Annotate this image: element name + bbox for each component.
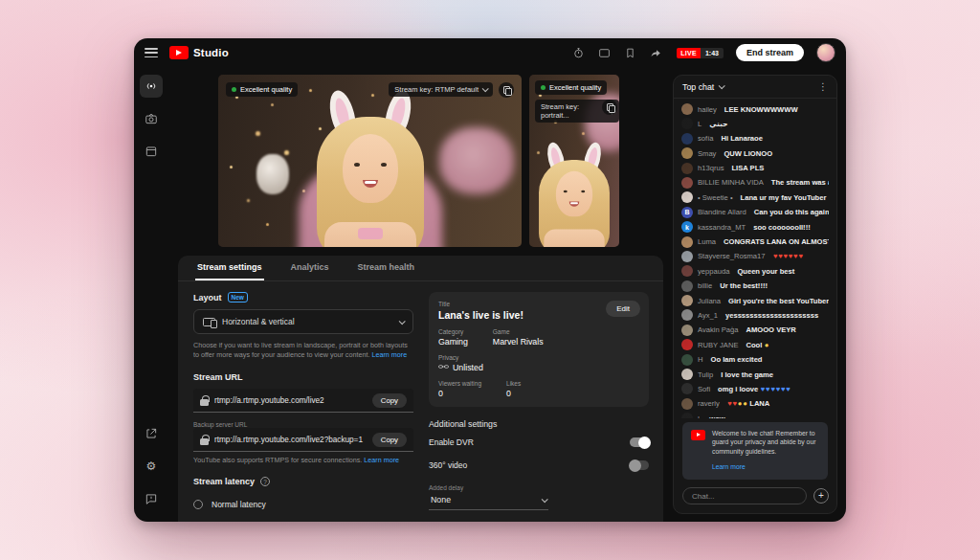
chat-message: Stayverse_Rosma17♥♥♥♥♥♥ xyxy=(681,251,829,262)
chat-username[interactable]: h13qrus xyxy=(698,164,724,172)
chat-username[interactable]: billie xyxy=(698,281,712,290)
360-video-toggle[interactable] xyxy=(630,460,649,470)
chat-add-button[interactable]: + xyxy=(813,488,829,504)
learn-more-link[interactable]: Learn more xyxy=(371,350,407,359)
thumbnail-icon[interactable] xyxy=(597,46,611,59)
learn-more-link[interactable]: Learn more xyxy=(364,456,399,464)
chat-username[interactable]: Avakin Paģa xyxy=(698,325,739,334)
chat-avatar[interactable] xyxy=(681,191,693,203)
camera-icon[interactable] xyxy=(140,107,163,130)
chat-avatar[interactable] xyxy=(681,325,693,336)
chat-menu-icon[interactable]: ⋮ xyxy=(818,82,828,92)
bookmark-icon[interactable] xyxy=(623,46,636,59)
chat-username[interactable]: H xyxy=(698,355,702,364)
chat-username[interactable]: BILLIE MINHA VIDA xyxy=(698,178,764,187)
chat-input[interactable] xyxy=(682,487,807,504)
chat-text: ♥♥♥♥♥♥ xyxy=(773,252,804,260)
chat-avatar[interactable] xyxy=(681,309,693,321)
chat-avatar[interactable] xyxy=(681,163,693,174)
chat-username[interactable]: Tulip xyxy=(698,370,713,379)
menu-hamburger-icon[interactable] xyxy=(145,48,158,57)
toggles-top: Enable DVR360° video xyxy=(429,431,649,477)
chat-avatar[interactable] xyxy=(681,147,693,159)
stopwatch-icon[interactable] xyxy=(571,46,585,59)
chat-username[interactable]: L xyxy=(698,120,702,128)
chat-username[interactable]: RUBY JANE xyxy=(698,341,738,349)
chat-avatar[interactable] xyxy=(681,398,693,410)
chat-avatar[interactable] xyxy=(681,295,693,306)
chat-username[interactable]: Blandine Allard xyxy=(698,208,746,216)
chat-text: Hi Lanaraoe xyxy=(721,134,762,143)
chat-avatar[interactable] xyxy=(681,280,693,292)
latency-option-normal-latency[interactable]: Normal latency xyxy=(193,493,413,515)
stream-url-field: rtmp://a.rtmp.youtube.com/live2 Copy xyxy=(193,389,413,413)
chat-message: yeppaudaQueen your best xyxy=(681,265,829,277)
chat-avatar[interactable] xyxy=(681,236,693,248)
plush-toy xyxy=(256,154,289,194)
live-broadcast-icon[interactable] xyxy=(140,75,163,98)
chat-avatar[interactable] xyxy=(681,369,693,380)
chat-avatar[interactable] xyxy=(681,103,693,115)
tab-stream-settings[interactable]: Stream settings xyxy=(195,256,264,280)
chat-avatar[interactable] xyxy=(681,413,693,417)
quality-dot-icon xyxy=(541,85,546,90)
radio-icon xyxy=(193,500,203,509)
privacy-block: Privacy Unlisted xyxy=(438,354,639,372)
chat-username[interactable]: hailey xyxy=(698,105,717,114)
chat-username[interactable]: • Sweetie • xyxy=(698,193,733,202)
notice-learn-more-link[interactable]: Learn more xyxy=(712,463,746,470)
chat-username[interactable]: Luma xyxy=(698,237,716,246)
chat-avatar[interactable] xyxy=(681,383,693,394)
chat-avatar[interactable] xyxy=(681,265,693,277)
account-avatar[interactable] xyxy=(816,43,835,62)
chat-avatar[interactable] xyxy=(681,177,693,189)
chat-username[interactable]: Smay xyxy=(698,149,716,158)
added-delay-select[interactable]: None xyxy=(429,491,548,510)
chat-username[interactable]: Ayx_1 xyxy=(698,311,718,320)
stream-url-value: rtmp://a.rtmp.youtube.com/live2 xyxy=(214,396,367,405)
share-icon[interactable] xyxy=(649,46,662,59)
feedback-icon[interactable] xyxy=(140,487,163,510)
live-preview-landscape: Excellent quality Stream key: RTMP defau… xyxy=(218,75,522,247)
end-stream-button[interactable]: End stream xyxy=(736,44,804,61)
enable-dvr-toggle[interactable] xyxy=(630,437,649,447)
manage-icon[interactable] xyxy=(140,140,163,163)
top-chat-dropdown[interactable]: Top chat xyxy=(682,82,724,92)
chat-avatar[interactable] xyxy=(681,133,693,145)
chat-avatar[interactable] xyxy=(681,354,693,366)
chat-username[interactable]: Juliana xyxy=(698,297,721,305)
layout-select[interactable]: Horizontal & vertical xyxy=(193,309,413,334)
latency-option-low-latency[interactable]: Low-latency xyxy=(193,515,413,522)
chat-avatar[interactable] xyxy=(681,339,693,350)
copy-stream-url-button[interactable]: Copy xyxy=(372,393,407,408)
chat-avatar[interactable]: k xyxy=(681,221,693,233)
layout-label: Layout xyxy=(193,293,222,302)
open-in-new-icon[interactable] xyxy=(140,422,163,445)
copy-backup-url-button[interactable]: Copy xyxy=(372,433,407,447)
chat-username[interactable]: kassandra_MT xyxy=(698,223,746,232)
copy-stream-key-button[interactable] xyxy=(499,82,514,98)
youtube-studio-logo[interactable]: Studio xyxy=(169,46,229,59)
chat-username[interactable]: raverly xyxy=(698,399,720,408)
edit-button[interactable]: Edit xyxy=(606,301,640,317)
chat-avatar[interactable]: B xyxy=(681,207,693,218)
chat-username[interactable]: sofía xyxy=(698,134,713,143)
chat-message: HOo Iam excited xyxy=(681,354,829,366)
settings-gear-icon[interactable]: ⚙ xyxy=(140,455,163,478)
chat-username[interactable]: L xyxy=(698,414,702,418)
video-scene xyxy=(218,75,522,247)
added-delay-label: Added delay xyxy=(429,484,649,491)
copy-stream-key-button[interactable] xyxy=(602,100,617,115)
chat-avatar[interactable] xyxy=(681,118,693,129)
chat-username[interactable]: Stayverse_Rosma17 xyxy=(698,252,766,260)
chat-avatar[interactable] xyxy=(681,251,693,262)
tab-stream-health[interactable]: Stream health xyxy=(356,256,417,280)
fairy-lights xyxy=(529,75,532,78)
help-icon[interactable]: ? xyxy=(260,477,270,486)
stream-key-dropdown[interactable]: Stream key: RTMP default xyxy=(389,82,493,97)
chat-username[interactable]: Sofi xyxy=(698,385,710,393)
backup-url-value: rtmp://a.rtmp.youtube.com/live2?backup=1 xyxy=(214,436,367,444)
left-rail: ⚙ xyxy=(134,67,168,522)
chat-username[interactable]: yeppauda xyxy=(698,267,729,276)
tab-analytics[interactable]: Analytics xyxy=(289,256,331,280)
